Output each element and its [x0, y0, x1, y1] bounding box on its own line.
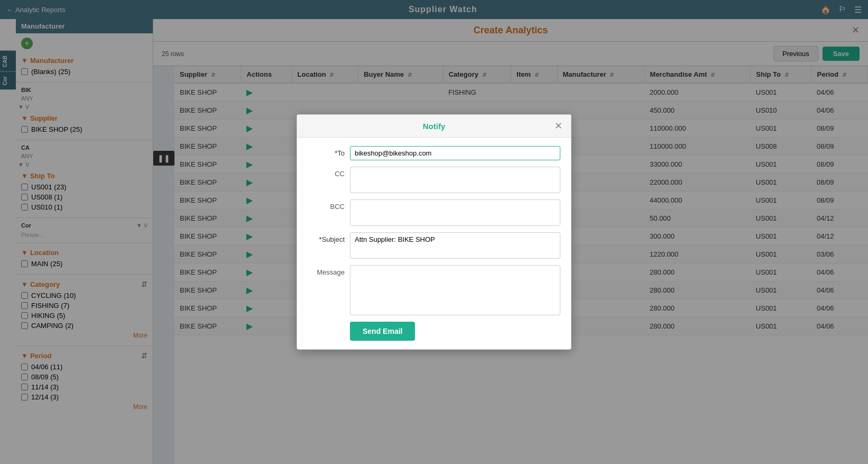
message-input[interactable] — [350, 265, 560, 315]
subject-input[interactable] — [350, 232, 560, 259]
bcc-input[interactable] — [350, 199, 560, 226]
modal-header: Notify ✕ — [297, 115, 571, 138]
send-email-button[interactable]: Send Email — [350, 322, 415, 341]
bcc-row: BCC — [308, 199, 560, 226]
to-row: *To — [308, 146, 560, 160]
to-label: *To — [308, 146, 345, 157]
message-row: Message — [308, 265, 560, 315]
modal-close-button[interactable]: ✕ — [555, 120, 562, 132]
modal-overlay: Notify ✕ *To CC BCC *Subject — [0, 0, 868, 464]
subject-row: *Subject — [308, 232, 560, 259]
message-label: Message — [308, 265, 345, 276]
cc-row: CC — [308, 167, 560, 193]
notify-modal: Notify ✕ *To CC BCC *Subject — [297, 114, 571, 350]
to-input[interactable] — [350, 146, 560, 160]
subject-label: *Subject — [308, 232, 345, 243]
cc-input[interactable] — [350, 167, 560, 193]
modal-body: *To CC BCC *Subject Message — [297, 138, 571, 349]
modal-title: Notify — [391, 122, 477, 131]
bcc-label: BCC — [308, 199, 345, 211]
cc-label: CC — [308, 167, 345, 178]
